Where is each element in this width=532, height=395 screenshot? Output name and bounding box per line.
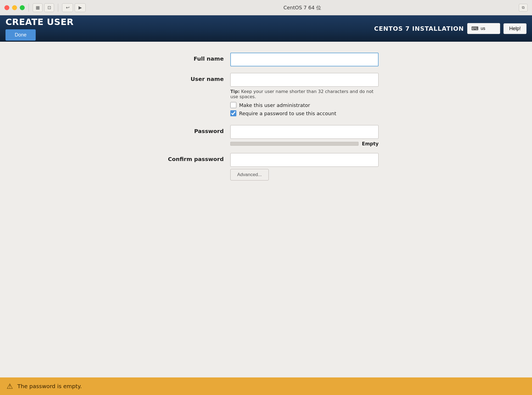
minimize-button[interactable] [12, 5, 17, 10]
password-field-group: Empty [230, 125, 379, 146]
status-bar: ⚠ The password is empty. [0, 377, 532, 395]
username-tip: Tip: Keep your user name shorter than 32… [230, 89, 379, 99]
full-name-label: Full name [153, 53, 230, 62]
close-button[interactable] [4, 5, 9, 10]
screenshot-icon: ⊡ [47, 5, 51, 10]
user-name-row: User name Tip: Keep your user name short… [153, 73, 379, 119]
done-button[interactable]: Done [5, 29, 36, 41]
full-name-row: Full name [153, 53, 379, 66]
warning-icon: ⚠ [7, 382, 13, 390]
back-icon: ↩ [66, 5, 69, 10]
strength-label: Empty [362, 141, 379, 146]
header-bar: CREATE USER Done CENTOS 7 INSTALLATION ⌨… [0, 15, 532, 42]
keyboard-lang-label: us [481, 26, 485, 31]
help-button[interactable]: Help! [503, 23, 527, 34]
form-container: Full name User name Tip: Keep your user … [142, 53, 390, 180]
window-title: CentOS 7 64 位 [86, 4, 519, 11]
require-password-checkbox[interactable] [230, 110, 236, 116]
user-name-field-group: Tip: Keep your user name shorter than 32… [230, 73, 379, 119]
maximize-button[interactable] [20, 5, 25, 10]
titlebar-divider-2 [58, 4, 58, 12]
confirm-password-input[interactable] [230, 153, 379, 167]
header-left: CREATE USER Done [5, 17, 74, 41]
forward-button[interactable]: ▶ [75, 3, 86, 12]
grid-icon-button[interactable]: ▦ [33, 3, 43, 12]
grid-icon: ▦ [36, 5, 40, 10]
screenshot-icon-button[interactable]: ⊡ [44, 3, 54, 12]
window-controls [4, 5, 25, 10]
require-password-label[interactable]: Require a password to use this account [239, 111, 336, 116]
forward-icon: ▶ [79, 5, 82, 10]
password-row: Password Empty [153, 125, 379, 146]
back-button[interactable]: ↩ [62, 3, 73, 12]
nav-icons: ↩ ▶ [62, 3, 86, 12]
status-message: The password is empty. [17, 383, 82, 390]
header-right: CENTOS 7 INSTALLATION ⌨ us Help! [374, 15, 527, 42]
keyboard-icon: ⌨ [471, 26, 478, 32]
password-input[interactable] [230, 125, 379, 139]
require-password-checkbox-row: Require a password to use this account [230, 110, 379, 116]
strength-bar-container [230, 142, 359, 146]
admin-checkbox-row: Make this user administrator [230, 102, 379, 108]
resize-icon: ⧉ [522, 5, 525, 10]
confirm-password-label: Confirm password [153, 153, 230, 162]
installation-label: CENTOS 7 INSTALLATION [374, 25, 464, 32]
admin-checkbox[interactable] [230, 102, 236, 108]
full-name-field-group [230, 53, 379, 66]
resize-icon-button[interactable]: ⧉ [519, 4, 528, 12]
titlebar-divider [29, 4, 29, 12]
password-strength-row: Empty [230, 141, 379, 146]
main-content: Full name User name Tip: Keep your user … [0, 42, 532, 377]
tip-prefix: Tip: [230, 89, 240, 94]
user-name-input[interactable] [230, 73, 379, 87]
page-title: CREATE USER [5, 17, 74, 27]
tip-body: Keep your user name shorter than 32 char… [230, 89, 373, 99]
advanced-button[interactable]: Advanced... [230, 169, 269, 180]
full-name-input[interactable] [230, 53, 379, 66]
admin-checkbox-label[interactable]: Make this user administrator [239, 102, 310, 108]
confirm-password-field-group: Advanced... [230, 153, 379, 180]
confirm-password-row: Confirm password Advanced... [153, 153, 379, 180]
titlebar: ▦ ⊡ ↩ ▶ CentOS 7 64 位 ⧉ [0, 0, 532, 15]
password-label: Password [153, 125, 230, 134]
toolbar-icons: ▦ ⊡ [33, 3, 54, 12]
user-name-label: User name [153, 73, 230, 82]
keyboard-language-button[interactable]: ⌨ us [467, 23, 500, 34]
